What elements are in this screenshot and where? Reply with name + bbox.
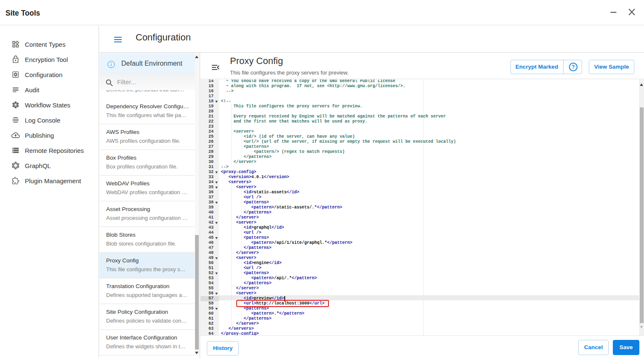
svg-text:?: ? xyxy=(572,64,575,70)
